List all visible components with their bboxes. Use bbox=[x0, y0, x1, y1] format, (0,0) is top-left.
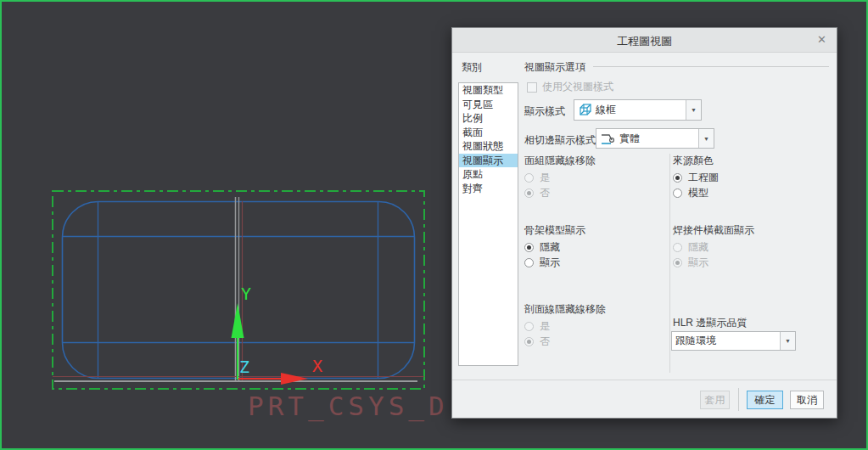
wireframe-cube-icon bbox=[578, 103, 593, 118]
apply-button[interactable]: 套用 bbox=[700, 391, 730, 409]
display-style-combo[interactable]: 線框 ▼ bbox=[574, 99, 702, 121]
radio-icon bbox=[524, 322, 534, 331]
radio-label: 是 bbox=[540, 171, 550, 185]
category-item-alignment[interactable]: 對齊 bbox=[459, 182, 518, 196]
radio-icon bbox=[524, 173, 534, 183]
hlr-quality-label: HLR 邊顯示品質 bbox=[673, 316, 747, 330]
app-window: Y Z X PRT_CSYS_D 工程圖視圖 ✕ 類別 視圖類型 可見區 比例 … bbox=[0, 0, 868, 450]
ok-button[interactable]: 確定 bbox=[747, 391, 783, 409]
use-parent-style-row: 使用父視圖樣式 bbox=[527, 80, 613, 94]
radio-label: 隱藏 bbox=[688, 240, 708, 255]
x-axis-label: X bbox=[312, 356, 322, 376]
quilt-hlr-yes: 是 bbox=[524, 172, 596, 184]
drawing-view-dialog: 工程圖視圖 ✕ 類別 視圖類型 可見區 比例 截面 視圖狀態 視圖顯示 原點 對… bbox=[451, 27, 837, 419]
radio-icon[interactable] bbox=[673, 173, 682, 183]
weldment-xsec-label: 焊接件橫截面顯示 bbox=[673, 223, 754, 235]
hatch-hlr-no: 否 bbox=[524, 335, 606, 348]
radio-label: 是 bbox=[540, 319, 550, 334]
quilt-hlr-label: 面組隱藏線移除 bbox=[524, 154, 596, 166]
tangent-edge-style-value: 實體 bbox=[619, 132, 640, 146]
skeleton-hide[interactable]: 隱藏 bbox=[524, 241, 585, 254]
close-icon[interactable]: ✕ bbox=[817, 33, 826, 46]
hlr-quality-value: 跟隨環境 bbox=[675, 334, 716, 348]
category-item-view-states[interactable]: 視圖狀態 bbox=[459, 139, 518, 154]
category-item-origin[interactable]: 原點 bbox=[459, 167, 518, 182]
radio-icon[interactable] bbox=[524, 243, 534, 252]
category-item-view-display[interactable]: 視圖顯示 bbox=[459, 154, 518, 168]
radio-icon bbox=[524, 337, 534, 346]
category-item-sections[interactable]: 截面 bbox=[459, 126, 518, 140]
skeleton-show[interactable]: 顯示 bbox=[524, 256, 585, 269]
display-style-label: 顯示樣式 bbox=[524, 104, 565, 119]
radio-label: 顯示 bbox=[688, 256, 708, 270]
weldment-hide: 隱藏 bbox=[673, 241, 754, 254]
tangent-edge-dropdown-arrow[interactable]: ▼ bbox=[698, 129, 714, 148]
radio-icon[interactable] bbox=[673, 188, 682, 198]
section-title: 視圖顯示選項 bbox=[524, 60, 585, 75]
hatch-hlr-label: 剖面線隱藏線移除 bbox=[524, 302, 606, 314]
colors-from-drawing[interactable]: 工程圖 bbox=[673, 172, 719, 184]
csys-name-label: PRT_CSYS_D bbox=[248, 391, 449, 422]
weldment-xsec-group: 焊接件橫截面顯示 隱藏 顯示 bbox=[673, 223, 754, 272]
section-divider bbox=[593, 66, 829, 67]
dialog-title: 工程圖視圖 bbox=[452, 34, 837, 49]
column-divider bbox=[669, 154, 670, 373]
skeleton-display-group: 骨架模型顯示 隱藏 顯示 bbox=[524, 223, 585, 272]
z-axis-label: Z bbox=[239, 357, 249, 377]
quilt-hlr-group: 面組隱藏線移除 是 否 bbox=[524, 154, 596, 202]
quilt-hlr-no: 否 bbox=[524, 187, 596, 200]
tangent-edge-icon bbox=[600, 131, 617, 146]
display-style-dropdown-arrow[interactable]: ▼ bbox=[686, 100, 701, 120]
colors-from-model[interactable]: 模型 bbox=[673, 187, 719, 200]
radio-label: 否 bbox=[540, 335, 550, 349]
radio-label: 隱藏 bbox=[540, 240, 560, 255]
radio-icon bbox=[673, 258, 682, 267]
radio-label: 顯示 bbox=[540, 256, 560, 270]
csys-triad[interactable]: Y Z X bbox=[232, 284, 323, 385]
button-group-divider bbox=[738, 388, 739, 411]
radio-label: 工程圖 bbox=[688, 171, 719, 185]
weldment-show: 顯示 bbox=[673, 256, 754, 269]
hlr-quality-dropdown-arrow[interactable]: ▼ bbox=[780, 332, 795, 350]
cancel-button[interactable]: 取消 bbox=[790, 391, 824, 409]
radio-icon bbox=[524, 188, 534, 198]
hatch-hlr-group: 剖面線隱藏線移除 是 否 bbox=[524, 302, 606, 351]
use-parent-style-label: 使用父視圖樣式 bbox=[542, 80, 613, 94]
tangent-edge-style-combo[interactable]: 實體 ▼ bbox=[596, 128, 714, 149]
x-axis-arrowhead bbox=[281, 373, 308, 385]
tangent-edge-style-label: 相切邊顯示樣式 bbox=[524, 133, 596, 148]
categories-label: 類別 bbox=[462, 60, 482, 75]
radio-icon bbox=[673, 243, 682, 252]
hatch-hlr-yes: 是 bbox=[524, 320, 606, 333]
category-item-visible-area[interactable]: 可見區 bbox=[459, 98, 518, 112]
use-parent-style-checkbox[interactable] bbox=[527, 82, 537, 93]
radio-icon[interactable] bbox=[524, 258, 534, 267]
y-axis-label: Y bbox=[241, 284, 251, 304]
radio-label: 模型 bbox=[688, 186, 708, 200]
footer-divider bbox=[452, 380, 837, 380]
colors-come-from-label: 來源顏色 bbox=[673, 154, 719, 166]
category-list: 視圖類型 可見區 比例 截面 視圖狀態 視圖顯示 原點 對齊 bbox=[458, 82, 518, 366]
category-item-view-type[interactable]: 視圖類型 bbox=[459, 83, 518, 98]
display-style-value: 線框 bbox=[596, 103, 616, 117]
hlr-quality-combo[interactable]: 跟隨環境 ▼ bbox=[671, 331, 796, 351]
dialog-titlebar[interactable]: 工程圖視圖 ✕ bbox=[452, 28, 837, 53]
radio-label: 否 bbox=[540, 186, 550, 200]
category-item-scale[interactable]: 比例 bbox=[459, 111, 518, 126]
colors-come-from-group: 來源顏色 工程圖 模型 bbox=[673, 154, 719, 202]
skeleton-display-label: 骨架模型顯示 bbox=[524, 223, 585, 235]
